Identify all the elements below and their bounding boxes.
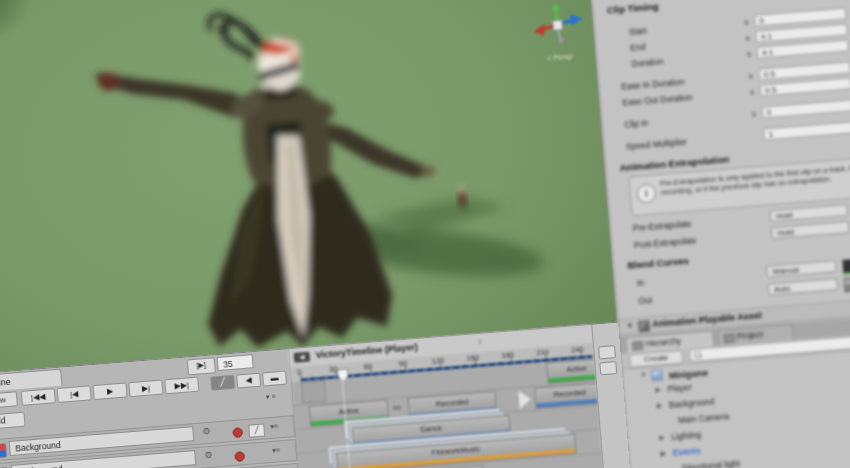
info-icon: i [636, 183, 656, 203]
hierarchy-tab-icon [632, 341, 644, 351]
tab-label: Project [736, 329, 763, 341]
scrollbar-button-bottom[interactable] [599, 361, 617, 375]
clip-label: Dance [420, 423, 442, 434]
inspector-panel: Clip Timing Start s 0 f 0 End s 4.1 f 24… [587, 0, 850, 468]
hierarchy-item-background[interactable]: ▶Background [669, 396, 715, 414]
foldout-arrow-icon: ▼ [626, 322, 633, 330]
scene-orientation-gizmo[interactable]: < Persp [527, 1, 588, 71]
blend-curves-header: Blend Curves [627, 255, 689, 271]
s-prefix: s [751, 109, 756, 118]
ruler-label: 0 [297, 367, 302, 376]
timeline-nav-icon[interactable]: ◀ [294, 352, 311, 363]
create-label: Create [644, 353, 669, 364]
ruler-label: 180 [501, 350, 514, 360]
play-range-button[interactable]: [▶] [187, 357, 216, 375]
row-label: Clip In [624, 118, 649, 130]
ease-in-marker-icon [518, 390, 531, 409]
timeline-clips-area: ◀ VictoryTimeline (Player) › 0 30 60 90 … [288, 325, 606, 468]
previous-frame-button[interactable]: |◀ [57, 385, 92, 403]
gear-icon[interactable]: ⚙ [202, 426, 211, 437]
track-menu-icon[interactable]: ▾≡ [270, 422, 278, 431]
preview-toggle-button[interactable]: Preview [0, 391, 18, 410]
curves-toggle-icon[interactable]: ╱ [248, 423, 265, 437]
row-label: Start [628, 26, 647, 37]
mix-mode-button[interactable]: ╱ [210, 375, 235, 391]
s-prefix: s [748, 71, 753, 80]
current-frame-field[interactable]: 35 [217, 354, 254, 371]
row-label: Ease In Duration [621, 77, 685, 92]
track-options-icons[interactable]: ▾ ≡ [266, 393, 276, 402]
add-track-button[interactable]: Add [0, 412, 26, 431]
tree-item-label: Background [669, 396, 715, 410]
go-to-end-button[interactable]: ▶▶| [164, 377, 199, 395]
post-extrapolate-dropdown[interactable]: Hold [771, 221, 850, 239]
tree-item-label: Minigame [669, 368, 709, 381]
ripple-mode-button[interactable]: ◀ [236, 373, 261, 389]
clip-in-s-field[interactable]: 0 [761, 99, 850, 118]
row-label: Out [638, 295, 652, 306]
clip-unlabeled[interactable] [301, 380, 327, 403]
ruler-label: 90 [398, 359, 407, 369]
project-tab-icon [723, 333, 735, 343]
hold-infinity-icon: ∞ [393, 400, 402, 413]
row-label: End [630, 42, 646, 53]
blend-in-dropdown[interactable]: Manual [766, 260, 837, 278]
animator-icon [0, 443, 7, 458]
ruler-label: 120 [431, 356, 444, 366]
dropdown-value: Hold [776, 210, 793, 220]
scene-character-art [0, 0, 617, 375]
track-menu-icon[interactable]: ▾≡ [272, 446, 280, 455]
menu-icon: ≡ [274, 422, 279, 429]
tree-item-label: Events [672, 446, 701, 458]
gear-icon[interactable]: ⚙ [204, 450, 213, 461]
go-to-start-button[interactable]: |◀◀ [21, 388, 56, 406]
breadcrumb-chevron-icon: › [478, 336, 482, 347]
character [91, 0, 448, 361]
tree-item-label: Player [667, 382, 692, 394]
clip-label: Active [566, 363, 587, 374]
row-label: Ease Out Duration [622, 92, 693, 108]
ruler-label: 240 [571, 345, 584, 355]
clip-timing-header: Clip Timing [607, 1, 659, 16]
row-label: Post-Extrapolate [634, 235, 697, 250]
add-label: Add [0, 415, 6, 426]
foldout-closed-icon: ▶ [659, 433, 665, 441]
timeline-track-headers: Timeline [▶] 35 Preview |◀◀ |◀ ▶ ▶| ▶▶| … [0, 349, 304, 468]
row-label: Pre-Extrapolate [632, 219, 692, 234]
scene-view[interactable]: < Persp [0, 0, 617, 375]
next-frame-button[interactable]: ▶| [128, 380, 163, 398]
pre-extrapolate-dropdown[interactable]: Hold [770, 204, 849, 222]
replace-mode-button[interactable]: ▬ [262, 371, 287, 387]
hierarchy-item-events[interactable]: ▶Events [672, 446, 701, 462]
foldout-closed-icon: ▶ [657, 402, 663, 410]
ruler-label: 60 [364, 362, 373, 372]
create-button[interactable]: Create [629, 350, 684, 368]
foldout-closed-icon: ▶ [661, 449, 667, 457]
scene-icon [651, 369, 663, 381]
blend-out-dropdown[interactable]: Auto [768, 278, 839, 296]
hierarchy-item-main-camera[interactable]: Main Camera [678, 411, 730, 429]
ruler-label: 150 [466, 353, 479, 363]
hierarchy-root-minigame[interactable]: ▼ Minigame [652, 365, 709, 383]
hierarchy-item-player[interactable]: ▶Player [667, 382, 692, 398]
blend-in-curve-preview[interactable] [842, 251, 850, 275]
search-icon [694, 351, 702, 359]
caret-icon: ▾ [266, 393, 270, 400]
tab-label: Hierarchy [645, 336, 682, 349]
row-label: In [637, 278, 645, 289]
clip-label: Active [338, 406, 359, 417]
scrollbar-button-top[interactable] [598, 345, 616, 359]
foldout-closed-icon: ▶ [655, 386, 661, 394]
hierarchy-item-lighting[interactable]: ▶Lighting [671, 429, 702, 445]
row-label: Duration [631, 56, 664, 69]
playable-asset-icon [638, 320, 650, 332]
clip-label: FireworkMusic [431, 444, 480, 457]
s-prefix: s [750, 87, 755, 96]
dropdown-value: Auto [774, 284, 791, 294]
row-label: Speed Multiplier [626, 137, 688, 152]
axis-gizmo-icon [527, 1, 587, 55]
screenshot-viewport: < Persp Clip Timing Start s 0 f 0 End s … [0, 0, 850, 468]
play-button[interactable]: ▶ [92, 382, 127, 400]
tree-item-label: Lighting [671, 429, 701, 441]
foldout-open-icon: ▼ [640, 371, 647, 378]
